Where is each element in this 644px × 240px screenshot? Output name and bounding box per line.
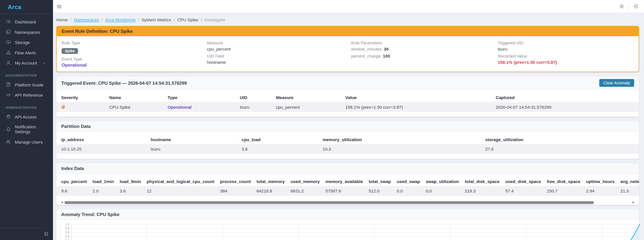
rule-parameter-window-minutes: window_minutes: 30: [351, 46, 498, 51]
column-header-free-disk-space: free_disk_space: [547, 177, 586, 186]
column-header-used-memory: used_memory: [291, 177, 326, 186]
column-header-total-swap: total_swap: [368, 177, 397, 186]
clear-anomaly-button[interactable]: Clear Anomaly: [599, 79, 634, 87]
column-header-total-disk-space: total_disk_space: [465, 177, 505, 186]
sidebar-item-platform-guide[interactable]: Platform Guide: [0, 79, 53, 90]
triggered-event-table: SeverityNameTypeUIDMeasureValueCapturedC…: [56, 93, 639, 112]
book-icon: [6, 82, 11, 87]
cell-load-1min: 2.0: [93, 186, 120, 196]
gauge-icon: [6, 19, 11, 24]
event-type-link[interactable]: Operational: [168, 104, 192, 109]
code-icon: [6, 92, 11, 97]
breadcrumb-item-home: Home: [56, 17, 68, 22]
severity-dot-icon: [61, 105, 65, 109]
anomaly-trend-card: Anomaly Trend: CPU Spike 00.20.40.60.81.…: [56, 209, 639, 240]
rule-parameter-percent-change: percent_change: 100: [351, 53, 498, 58]
page-content: Home/Namespaces/Arca Monitoring/System M…: [53, 13, 644, 240]
column-header-total-memory: total_memory: [256, 177, 291, 186]
breadcrumb: Home/Namespaces/Arca Monitoring/System M…: [56, 17, 639, 22]
cell-name: CPU Spike: [109, 102, 168, 112]
sidebar-item-label: Platform Guide: [15, 82, 44, 87]
sidebar-item-label: Storage: [15, 40, 30, 45]
cell-memory-available: 57587.6: [326, 186, 368, 196]
column-header-type: Type: [168, 93, 240, 102]
warning-triangle-icon: [6, 50, 11, 55]
cell-measure: cpu_percent: [276, 102, 345, 112]
sidebar-item-notification-settings[interactable]: Notification Settings: [0, 122, 53, 137]
table-header-row: SeverityNameTypeUIDMeasureValueCaptured: [56, 93, 639, 102]
layers-icon: [6, 29, 11, 35]
chevron-down-icon: [42, 61, 46, 65]
column-header-avg-network-latency: avg_network_latency: [620, 177, 639, 186]
scrollbar-thumb[interactable]: [64, 201, 594, 204]
sidebar-item-storage[interactable]: Storage: [0, 37, 53, 47]
cell-avg-network-latency: 21.3: [620, 186, 639, 196]
sidebar-item-api-access[interactable]: API Access: [0, 111, 53, 122]
sidebar-item-manage-users[interactable]: Manage Users: [0, 137, 53, 147]
cell-used-disk-space: 57.4: [505, 186, 547, 196]
partition-data-header: Partition Data: [56, 121, 639, 132]
cell-total-memory: 64218.8: [256, 186, 291, 196]
column-header-hostname: hostname: [151, 135, 242, 144]
sidebar-nav: DashboardNamespacesStorageFlow AlertsMy …: [0, 14, 53, 227]
event-rule-definition-body: Rule Type Spike Event Type Operational M…: [57, 36, 639, 72]
logout-icon[interactable]: [633, 4, 638, 9]
app-logo[interactable]: Arca: [0, 0, 53, 14]
fingerprint-icon: [6, 114, 11, 119]
main-area: Home/Namespaces/Arca Monitoring/System M…: [53, 0, 644, 240]
cell-cpu-percent: 9.6: [56, 186, 93, 196]
sidebar-item-my-account[interactable]: My Account: [0, 58, 53, 68]
cell-load-5min: 3.6: [120, 186, 147, 196]
column-header-physical-and-logical-cpu-count: physical_and_logical_cpu_count: [147, 177, 220, 186]
rule-type-badge: Spike: [62, 48, 78, 54]
cell-process-count: 384: [220, 186, 256, 196]
cell-captured: 2026-04-07 14:54:31.576299: [496, 102, 639, 112]
sidebar-item-namespaces[interactable]: Namespaces: [0, 27, 53, 37]
cell-swap-utilization: 0.0: [426, 186, 465, 196]
column-header-severity: Severity: [56, 93, 110, 102]
cell-total-swap: 512.0: [368, 186, 397, 196]
event-type-value[interactable]: Operational: [62, 62, 207, 67]
svg-text:1.0: 1.0: [65, 223, 70, 226]
triggered-uid-value: tsuru: [498, 46, 634, 51]
top-bar: [53, 0, 644, 13]
sidebar-item-label: Namespaces: [15, 29, 40, 34]
svg-text:0.2: 0.2: [65, 239, 70, 240]
event-rule-definition-card: Event Rule Definition: CPU Spike Rule Ty…: [56, 26, 639, 72]
sidebar-item-api-reference[interactable]: API Reference: [0, 90, 53, 100]
sidebar-item-label: Flow Alerts: [15, 50, 36, 55]
top-bar-separator: [628, 3, 629, 10]
cell-cpu-load: 3.6: [242, 144, 323, 154]
cell-uptime-hours: 2.94: [586, 186, 620, 196]
breadcrumb-item-arca-monitoring[interactable]: Arca Monitoring: [105, 17, 136, 22]
sidebar-item-flow-alerts[interactable]: Flow Alerts: [0, 47, 53, 58]
cell-uid: tsuru: [240, 102, 276, 112]
recorded-value: 158.1% (prev=1.50 curr=3.87): [498, 60, 634, 65]
anomaly-trend-title: Anomaly Trend: CPU Spike: [61, 212, 120, 217]
table-row: CPU SpikeOperationaltsurucpu_percent158.…: [56, 102, 639, 112]
measure-value: cpu_percent: [207, 46, 351, 51]
breadcrumb-separator: /: [102, 17, 103, 22]
sidebar-item-dashboard[interactable]: Dashboard: [0, 17, 53, 27]
sidebar-item-label: API Reference: [15, 92, 43, 97]
sidebar-item-label: Dashboard: [15, 19, 36, 24]
top-bar-actions: [619, 3, 638, 10]
column-header-measure: Measure: [276, 93, 345, 102]
column-header-storage-utilization: storage_utilization: [485, 135, 639, 144]
table-row: 9.62.03.61238464218.86631.257587.6512.00…: [56, 186, 639, 196]
column-header-swap-utilization: swap_utilization: [426, 177, 465, 186]
cell-used-memory: 6631.2: [291, 186, 326, 196]
breadcrumb-item-namespaces[interactable]: Namespaces: [74, 17, 99, 22]
scrollbar-track[interactable]: [64, 201, 631, 204]
sidebar-item-label: Notification Settings: [15, 124, 50, 134]
uid-field-value: hostname: [207, 60, 351, 65]
hamburger-menu-icon[interactable]: [56, 4, 62, 10]
svg-text:0.8: 0.8: [65, 227, 70, 230]
scroll-right-arrow-icon[interactable]: ▸: [632, 201, 634, 204]
theme-toggle-sun-icon[interactable]: [619, 4, 624, 9]
cell-hostname: tsuru: [151, 144, 242, 154]
sidebar-collapse-icon[interactable]: [44, 231, 49, 236]
scroll-left-arrow-icon[interactable]: ◂: [61, 201, 63, 204]
index-data-header: Index Data: [56, 163, 639, 174]
anomaly-trend-chart: 00.20.40.60.81.01591317212529: [56, 220, 639, 240]
